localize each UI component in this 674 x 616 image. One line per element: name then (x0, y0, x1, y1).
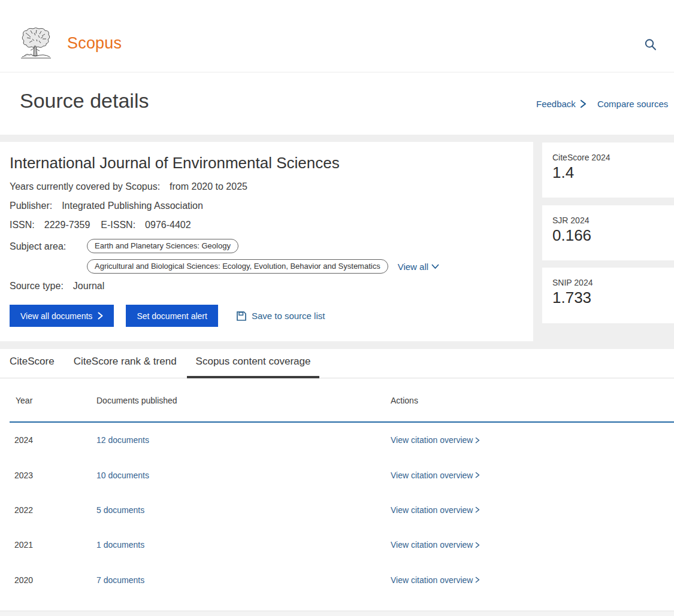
chevron-right-icon (580, 99, 587, 108)
publisher-value: Integrated Publishing Association (62, 201, 203, 211)
coverage-value: from 2020 to 2025 (170, 181, 247, 192)
column-header-actions: Actions (391, 396, 418, 405)
sjr-label: SJR 2024 (552, 216, 674, 225)
tab-citescore[interactable]: CiteScore (1, 356, 64, 378)
page-head: Source details Feedback Compare sources (0, 72, 674, 135)
year-cell: 2023 (10, 471, 96, 480)
set-document-alert-button[interactable]: Set document alert (126, 305, 218, 327)
view-citation-overview-link[interactable]: View citation overview (391, 575, 480, 585)
chevron-down-icon (431, 264, 439, 269)
search-icon[interactable] (643, 38, 658, 52)
source-type-line: Source type:Journal (10, 281, 533, 292)
subject-area-row: Subject area: Earth and Planetary Scienc… (10, 239, 533, 274)
floppy-disk-icon (236, 311, 247, 321)
snip-metric-card: SNIP 2024 1.733 (542, 268, 674, 323)
source-type-value: Journal (73, 281, 104, 291)
sjr-metric-card: SJR 2024 0.166 (542, 205, 674, 260)
eissn-label: E-ISSN: (101, 220, 135, 230)
view-citation-overview-link[interactable]: View citation overview (391, 540, 480, 550)
publisher-line: Publisher:Integrated Publishing Associat… (10, 201, 533, 211)
view-citation-overview-link[interactable]: View citation overview (391, 435, 480, 445)
chevron-right-icon (475, 542, 480, 548)
source-type-label: Source type: (10, 281, 64, 291)
year-cell: 2021 (10, 540, 96, 550)
chevron-right-icon (475, 506, 480, 513)
snip-value: 1.733 (552, 289, 674, 307)
view-all-label: View all (398, 262, 428, 272)
elsevier-tree-logo-icon[interactable] (20, 27, 52, 60)
coverage-line: Years currently covered by Scopus:from 2… (10, 181, 533, 192)
view-citation-overview-link[interactable]: View citation overview (391, 505, 480, 515)
tab-scopus-content-coverage[interactable]: Scopus content coverage (187, 356, 320, 378)
tabs-section: CiteScore CiteScore rank & trend Scopus … (0, 349, 674, 378)
page-bottom-strip (0, 611, 674, 616)
action-buttons-row: View all documents Set document alert (10, 305, 533, 327)
view-citation-overview-label: View citation overview (391, 505, 473, 515)
feedback-link[interactable]: Feedback (536, 99, 587, 109)
publisher-label: Publisher: (10, 201, 52, 211)
issn-value: 2229-7359 (44, 220, 90, 230)
top-navigation-bar: Scopus (0, 0, 674, 72)
citescore-label: CiteScore 2024 (552, 153, 674, 162)
compare-sources-label: Compare sources (597, 99, 668, 109)
table-header-row: Year Documents published Actions (10, 379, 674, 423)
documents-link[interactable]: 5 documents (96, 505, 144, 515)
subject-pill-agricultural[interactable]: Agricultural and Biological Sciences: Ec… (87, 259, 388, 274)
coverage-label: Years currently covered by Scopus: (10, 181, 160, 192)
documents-link[interactable]: 10 documents (96, 471, 149, 480)
chevron-right-icon (475, 437, 480, 444)
chevron-right-icon (475, 576, 480, 583)
issn-label: ISSN: (10, 220, 35, 230)
view-citation-overview-label: View citation overview (391, 575, 473, 585)
chevron-right-icon (475, 472, 480, 478)
table-row-2022: 2022 5 documents View citation overview (10, 493, 674, 527)
view-citation-overview-label: View citation overview (391, 435, 473, 445)
page-title: Source details (20, 89, 149, 113)
table-row-2023: 2023 10 documents View citation overview (10, 457, 674, 492)
scopus-source-details-page: Scopus Source details Feedback Compare s… (0, 0, 674, 616)
column-header-year: Year (10, 396, 96, 405)
eissn-value: 0976-4402 (145, 220, 191, 230)
sjr-value: 0.166 (552, 226, 674, 245)
source-title: International Journal of Environmental S… (10, 154, 533, 172)
view-all-documents-label: View all documents (20, 311, 92, 321)
tab-citescore-rank-trend[interactable]: CiteScore rank & trend (65, 356, 186, 378)
feedback-link-label: Feedback (536, 99, 576, 109)
issn-line: ISSN:2229-7359E-ISSN:0976-4402 (10, 220, 533, 230)
scopus-wordmark[interactable]: Scopus (67, 34, 122, 53)
view-citation-overview-label: View citation overview (391, 540, 473, 550)
source-summary-card: International Journal of Environmental S… (0, 142, 533, 341)
year-cell: 2022 (10, 505, 96, 515)
documents-published-table: Year Documents published Actions 2024 12… (0, 379, 674, 597)
compare-sources-link[interactable]: Compare sources (597, 99, 668, 109)
chevron-right-icon (98, 312, 103, 320)
citescore-metric-card: CiteScore 2024 1.4 (542, 142, 674, 198)
summary-band: International Journal of Environmental S… (0, 135, 674, 349)
documents-link[interactable]: 7 documents (96, 575, 144, 585)
subject-pill-geology[interactable]: Earth and Planetary Sciences: Geology (87, 239, 238, 253)
view-citation-overview-link[interactable]: View citation overview (391, 471, 480, 480)
table-row-2024: 2024 12 documents View citation overview (10, 423, 674, 457)
snip-label: SNIP 2024 (552, 278, 674, 287)
documents-link[interactable]: 12 documents (96, 435, 149, 445)
view-citation-overview-label: View citation overview (391, 471, 473, 480)
column-header-documents-published: Documents published (96, 396, 391, 405)
set-document-alert-label: Set document alert (137, 311, 207, 321)
citescore-value: 1.4 (552, 163, 674, 182)
view-all-subjects-link[interactable]: View all (398, 262, 439, 272)
subject-area-label: Subject area: (10, 239, 87, 274)
table-row-2020: 2020 7 documents View citation overview (10, 563, 674, 597)
save-to-source-list-link[interactable]: Save to source list (236, 311, 325, 321)
year-cell: 2024 (10, 435, 96, 445)
year-cell: 2020 (10, 575, 96, 585)
documents-link[interactable]: 1 documents (96, 540, 144, 550)
page-head-links: Feedback Compare sources (536, 96, 674, 111)
save-to-source-list-label: Save to source list (252, 311, 325, 321)
table-row-2021: 2021 1 documents View citation overview (10, 527, 674, 562)
view-all-documents-button[interactable]: View all documents (10, 305, 114, 327)
